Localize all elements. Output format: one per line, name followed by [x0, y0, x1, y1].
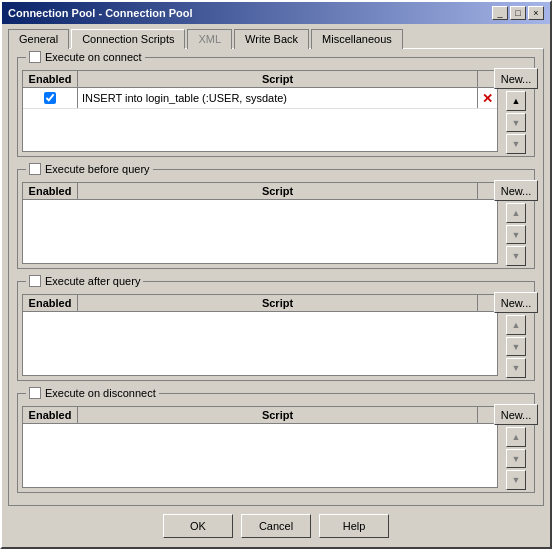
window-content: General Connection Scripts XML Write Bac… — [2, 24, 550, 548]
table-header-before-query: Enabled Script — [23, 183, 497, 200]
section-legend-before-query: Execute before query — [26, 163, 153, 175]
table-header-disconnect: Enabled Script — [23, 407, 497, 424]
col-header-script-connect: Script — [78, 71, 477, 87]
section-execute-after-query-box: Execute after query Enabled Script New..… — [17, 281, 535, 381]
section-checkbox-disconnect[interactable] — [29, 387, 41, 399]
col-header-enabled-before-query: Enabled — [23, 183, 78, 199]
col-header-script-before-query: Script — [78, 183, 477, 199]
table-execute-on-connect: Enabled Script INSERT into login_table (… — [22, 70, 498, 152]
title-bar: Connection Pool - Connection Pool _ □ × — [2, 2, 550, 24]
ok-button[interactable]: OK — [163, 514, 233, 538]
cell-script-connect-1: INSERT into login_table (:USER, sysdate) — [78, 88, 477, 108]
section-legend-disconnect: Execute on disconnect — [26, 387, 159, 399]
main-window: Connection Pool - Connection Pool _ □ × … — [0, 0, 552, 549]
tab-write-back[interactable]: Write Back — [234, 29, 309, 49]
section-execute-on-connect-body: Enabled Script INSERT into login_table (… — [18, 66, 534, 156]
section-buttons-disconnect: New... ▲ ▼ ▼ — [498, 402, 534, 492]
col-header-script-disconnect: Script — [78, 407, 477, 423]
section-buttons-before-query: New... ▲ ▼ ▼ — [498, 178, 534, 268]
section-execute-on-connect-box: Execute on connect Enabled Script — [17, 57, 535, 157]
title-bar-buttons: _ □ × — [492, 6, 544, 20]
section-execute-before-query: Execute before query Enabled Script New.… — [17, 169, 535, 269]
cell-enabled-connect-1 — [23, 88, 78, 108]
table-row-connect-1: INSERT into login_table (:USER, sysdate)… — [23, 88, 497, 109]
section-checkbox-before-query[interactable] — [29, 163, 41, 175]
arrow-up-before-query[interactable]: ▲ — [506, 203, 526, 223]
tab-bar: General Connection Scripts XML Write Bac… — [8, 28, 544, 48]
checkbox-enabled-connect-1[interactable] — [44, 92, 56, 104]
arrow-up-connect[interactable]: ▲ — [506, 91, 526, 111]
arrow-down2-before-query[interactable]: ▼ — [506, 246, 526, 266]
table-after-query: Enabled Script — [22, 294, 498, 376]
arrow-down2-after-query[interactable]: ▼ — [506, 358, 526, 378]
arrow-down2-connect[interactable]: ▼ — [506, 134, 526, 154]
cancel-button[interactable]: Cancel — [241, 514, 311, 538]
new-button-after-query[interactable]: New... — [494, 292, 538, 313]
section-buttons-after-query: New... ▲ ▼ ▼ — [498, 290, 534, 380]
section-disconnect-body: Enabled Script New... ▲ ▼ ▼ — [18, 402, 534, 492]
arrow-down2-disconnect[interactable]: ▼ — [506, 470, 526, 490]
new-button-before-query[interactable]: New... — [494, 180, 538, 201]
tab-xml[interactable]: XML — [187, 29, 232, 49]
section-execute-after-query: Execute after query Enabled Script New..… — [17, 281, 535, 381]
section-execute-on-disconnect-box: Execute on disconnect Enabled Script New… — [17, 393, 535, 493]
close-button[interactable]: × — [528, 6, 544, 20]
arrow-up-disconnect[interactable]: ▲ — [506, 427, 526, 447]
new-button-connect[interactable]: New... — [494, 68, 538, 89]
table-header-after-query: Enabled Script — [23, 295, 497, 312]
delete-icon-connect-1[interactable]: ✕ — [482, 92, 493, 105]
section-before-query-body: Enabled Script New... ▲ ▼ ▼ — [18, 178, 534, 268]
arrow-down1-connect[interactable]: ▼ — [506, 113, 526, 133]
tab-connection-scripts[interactable]: Connection Scripts — [71, 29, 185, 49]
new-button-disconnect[interactable]: New... — [494, 404, 538, 425]
col-header-script-after-query: Script — [78, 295, 477, 311]
window-title: Connection Pool - Connection Pool — [8, 7, 193, 19]
section-legend-after-query: Execute after query — [26, 275, 143, 287]
table-disconnect: Enabled Script — [22, 406, 498, 488]
table-before-query: Enabled Script — [22, 182, 498, 264]
bottom-bar: OK Cancel Help — [8, 506, 544, 544]
col-header-enabled-disconnect: Enabled — [23, 407, 78, 423]
section-checkbox-after-query[interactable] — [29, 275, 41, 287]
section-execute-on-connect: Execute on connect Enabled Script — [17, 57, 535, 157]
section-legend-execute-on-connect: Execute on connect — [26, 51, 145, 63]
col-header-enabled-connect: Enabled — [23, 71, 78, 87]
tab-content-connection-scripts: Execute on connect Enabled Script — [8, 48, 544, 506]
minimize-button[interactable]: _ — [492, 6, 508, 20]
section-buttons-connect: New... ▲ ▼ ▼ — [498, 66, 534, 156]
arrow-down1-after-query[interactable]: ▼ — [506, 337, 526, 357]
maximize-button[interactable]: □ — [510, 6, 526, 20]
arrow-down1-before-query[interactable]: ▼ — [506, 225, 526, 245]
arrow-up-after-query[interactable]: ▲ — [506, 315, 526, 335]
arrow-down1-disconnect[interactable]: ▼ — [506, 449, 526, 469]
section-execute-before-query-box: Execute before query Enabled Script New.… — [17, 169, 535, 269]
section-checkbox-connect[interactable] — [29, 51, 41, 63]
col-header-enabled-after-query: Enabled — [23, 295, 78, 311]
section-after-query-body: Enabled Script New... ▲ ▼ ▼ — [18, 290, 534, 380]
section-execute-on-disconnect: Execute on disconnect Enabled Script New… — [17, 393, 535, 493]
tab-miscellaneous[interactable]: Miscellaneous — [311, 29, 403, 49]
table-header-connect: Enabled Script — [23, 71, 497, 88]
tab-general[interactable]: General — [8, 29, 69, 49]
cell-delete-connect-1[interactable]: ✕ — [477, 88, 497, 108]
help-button[interactable]: Help — [319, 514, 389, 538]
